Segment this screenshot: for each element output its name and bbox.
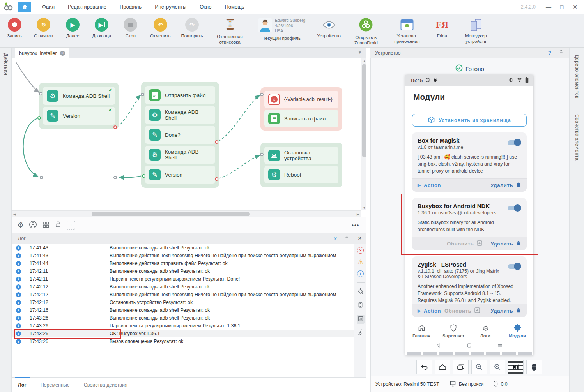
- module-card-box-for-magisk[interactable]: Box for Magisk v1.8 от taamarin.t.me [ 0…: [412, 132, 527, 192]
- node-reboot[interactable]: ⚙Reboot: [264, 166, 338, 183]
- group-adb-version[interactable]: ⚙ Команда ADB Shell✔ ✎ Version✔: [39, 83, 119, 129]
- scroll-down-icon[interactable]: ▼: [363, 206, 366, 210]
- vscroll-thumb[interactable]: [362, 64, 366, 157]
- module-toggle[interactable]: [506, 263, 521, 270]
- module-update-button[interactable]: Обновить: [444, 308, 471, 314]
- port[interactable]: [39, 92, 42, 95]
- lock-icon[interactable]: [55, 221, 62, 230]
- port[interactable]: [215, 177, 218, 181]
- play-next-button[interactable]: ▶Далее: [64, 18, 82, 39]
- restart-button[interactable]: ↻С начала: [34, 18, 53, 39]
- trash-icon[interactable]: [516, 307, 521, 314]
- zoom-out-button[interactable]: [490, 360, 505, 374]
- stop-button[interactable]: Стоп: [122, 18, 140, 39]
- record-button[interactable]: Запись: [5, 18, 23, 39]
- port[interactable]: [113, 176, 117, 179]
- log-row[interactable]: i17:41:43Выполнение команды adb shell Ре…: [12, 244, 354, 252]
- trash-icon[interactable]: [516, 182, 521, 189]
- open-zennodroid-button[interactable]: Открыть в ZennoDroid: [351, 18, 381, 46]
- flow-canvas[interactable]: ⚙ Команда ADB Shell✔ ✎ Version✔ Отправит…: [12, 58, 361, 210]
- node-send-file[interactable]: Отправить файл: [145, 86, 215, 104]
- device-help-icon[interactable]: ?: [548, 50, 551, 56]
- menu-edit[interactable]: Редактирование: [68, 4, 106, 10]
- device-manager-button[interactable]: Менеджер устройств: [462, 18, 490, 44]
- port[interactable]: [40, 176, 43, 179]
- nav-logs[interactable]: Логи: [469, 322, 501, 340]
- info-filter-icon[interactable]: i: [357, 270, 364, 277]
- android-back-icon[interactable]: [435, 342, 442, 350]
- grid-icon[interactable]: [42, 221, 50, 230]
- canvas-vscrollbar[interactable]: ▲ ▼: [361, 58, 366, 210]
- fill-icon[interactable]: [357, 288, 364, 296]
- profile-person-icon[interactable]: [29, 221, 37, 230]
- device-recents-button[interactable]: [453, 360, 469, 374]
- log-row[interactable]: i17:42:12Выполнение команды adb shell Ре…: [12, 283, 354, 291]
- menu-window[interactable]: Окно: [200, 4, 211, 10]
- home-button[interactable]: [18, 2, 31, 12]
- maximize-button[interactable]: □: [555, 4, 568, 10]
- port[interactable]: [113, 125, 117, 129]
- tab-close-icon[interactable]: ✕: [60, 51, 65, 56]
- log-row[interactable]: i17:42:11Парсинг текста регулярным выраж…: [12, 275, 354, 283]
- log-row[interactable]: i17:41:44Выполнение действия отправить ф…: [12, 260, 354, 267]
- node-done-check[interactable]: ✎Done?: [145, 126, 215, 144]
- clear-log-icon[interactable]: [357, 329, 364, 337]
- tab-variables[interactable]: Переменные: [41, 382, 70, 388]
- hscroll-thumb[interactable]: [92, 212, 250, 216]
- log-row[interactable]: i17:42:12Остановить устройство Результат…: [12, 298, 354, 306]
- undo-button[interactable]: ↶Отменить: [150, 18, 171, 39]
- log-row[interactable]: i17:42:11Выполнение команды adb shell Ре…: [12, 267, 354, 275]
- device-back-button[interactable]: [416, 360, 432, 374]
- settings-gear-icon[interactable]: ⚙: [17, 221, 24, 230]
- log-row[interactable]: i17:43:26Выполнение команды adb shell Ре…: [12, 314, 354, 322]
- device-home-button[interactable]: [435, 360, 450, 374]
- close-button[interactable]: ✕: [568, 4, 582, 10]
- menu-tools[interactable]: Инструменты: [155, 4, 186, 10]
- node-version-1[interactable]: ✎ Version✔: [43, 107, 115, 125]
- actions-dock-tab[interactable]: Действия: [3, 53, 9, 75]
- canvas-hscrollbar[interactable]: ◀ ▶: [12, 210, 361, 217]
- screen-quality-button[interactable]: [508, 360, 524, 374]
- dock-tab-element-properties[interactable]: Свойства элемента: [574, 114, 580, 161]
- module-delete-button[interactable]: Удалить: [490, 182, 513, 188]
- module-action-button[interactable]: Action: [424, 308, 441, 314]
- expand-log-icon[interactable]: [357, 315, 365, 324]
- device-view-button[interactable]: Устройство: [317, 18, 341, 39]
- dock-tab-element-tree[interactable]: Дерево элементов: [574, 55, 580, 99]
- frida-button[interactable]: FЯ Frida: [433, 18, 451, 39]
- add-area-icon[interactable]: +: [67, 221, 75, 230]
- module-delete-button[interactable]: Удалить: [490, 308, 513, 314]
- log-row[interactable]: i17:42:16Выполнение команды adb shell Ре…: [12, 306, 354, 314]
- install-from-storage-button[interactable]: Установить из хранилища: [412, 114, 527, 127]
- zoom-in-button[interactable]: [471, 360, 487, 374]
- android-recents-icon[interactable]: [497, 342, 504, 350]
- tab-log[interactable]: Лог: [18, 382, 27, 388]
- log-help-icon[interactable]: ?: [334, 235, 337, 241]
- mouse-mode-button[interactable]: [526, 360, 542, 374]
- scroll-right-icon[interactable]: ▶: [357, 212, 359, 216]
- redo-button[interactable]: ↷Повторить: [181, 18, 203, 39]
- menu-profile[interactable]: Профиль: [120, 4, 142, 10]
- errors-filter-icon[interactable]: ✕: [357, 247, 364, 254]
- module-toggle[interactable]: [506, 139, 521, 146]
- deferred-render-button[interactable]: Отложенная отрисовка: [214, 18, 246, 45]
- more-options-icon[interactable]: •••: [352, 222, 359, 228]
- node-adb-shell-1[interactable]: ⚙ Команда ADB Shell✔: [43, 87, 115, 105]
- log-row[interactable]: i17:43:26Парсинг текста регулярным выраж…: [12, 322, 354, 330]
- node-write-to-file[interactable]: Записать в файл: [264, 110, 338, 127]
- node-stop-device[interactable]: Остановка устройства: [264, 147, 338, 164]
- node-adb-result[interactable]: ✕ {-Variable.adb_result-}: [264, 91, 338, 108]
- port[interactable]: [260, 93, 264, 96]
- device-log-icon[interactable]: [357, 301, 364, 310]
- log-row[interactable]: i17:42:12Выполнение действия TextProcess…: [12, 291, 354, 298]
- scroll-up-icon[interactable]: ▲: [363, 59, 366, 63]
- module-action-button[interactable]: Action: [424, 182, 441, 188]
- node-adb-shell-3[interactable]: ⚙Команда ADB Shell: [145, 146, 215, 164]
- port[interactable]: [215, 140, 218, 144]
- current-profile-button[interactable]: Edward Sudberg 4/26/1996 USA Текущий про…: [257, 18, 307, 41]
- tab-action-properties[interactable]: Свойства действия: [84, 382, 127, 388]
- log-pin-icon[interactable]: [344, 235, 349, 242]
- warnings-filter-icon[interactable]: ⚠: [357, 259, 363, 265]
- nav-modules-active[interactable]: Модули: [501, 322, 533, 340]
- log-row[interactable]: i17:41:43Выполнение действия TextProcess…: [12, 252, 354, 260]
